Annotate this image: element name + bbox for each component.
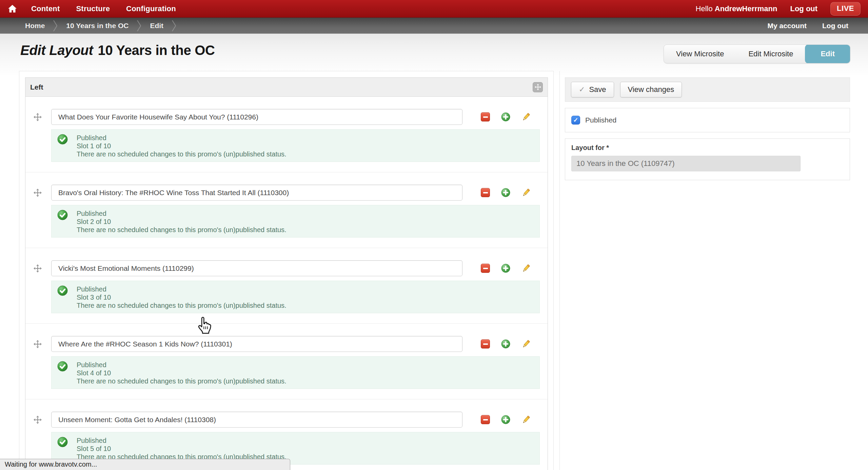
- region-header: Left: [25, 78, 548, 97]
- edit-promo-icon[interactable]: [521, 264, 531, 273]
- promo-title-input[interactable]: [51, 336, 462, 352]
- promo-title-input[interactable]: [51, 109, 462, 125]
- drag-handle-icon[interactable]: [31, 189, 44, 197]
- add-promo-icon[interactable]: [501, 264, 510, 273]
- admin-toolbar-right: Hello AndrewHerrmann Log out LIVE: [696, 2, 868, 16]
- status-published: Published: [77, 285, 536, 293]
- view-changes-label: View changes: [628, 85, 674, 94]
- status-note: There are no scheduled changes to this p…: [77, 226, 536, 234]
- drag-handle-icon[interactable]: [31, 416, 44, 424]
- browser-status-bar: Waiting for www.bravotv.com...: [0, 459, 290, 470]
- add-promo-icon[interactable]: [501, 112, 510, 121]
- region-left-fieldset: Left Published Slot 1 of 10: [25, 77, 548, 470]
- add-promo-icon[interactable]: [501, 339, 510, 349]
- status-note: There are no scheduled changes to this p…: [77, 150, 536, 158]
- published-checkbox-label[interactable]: Published: [585, 116, 616, 124]
- home-icon[interactable]: [0, 4, 24, 13]
- published-check-icon: [57, 437, 68, 447]
- status-slot: Slot 1 of 10: [77, 142, 536, 150]
- breadcrumb-chevron-icon: [53, 19, 58, 32]
- layout-for-field: Layout for *: [565, 138, 850, 180]
- breadcrumb-home[interactable]: Home: [22, 22, 48, 30]
- edit-promo-icon[interactable]: [521, 188, 531, 197]
- admin-toolbar: Content Structure Configuration Hello An…: [0, 0, 868, 18]
- tab-edit-microsite[interactable]: Edit Microsite: [736, 45, 805, 63]
- status-note: There are no scheduled changes to this p…: [77, 377, 536, 385]
- promo-status: Published Slot 2 of 10 There are no sche…: [51, 205, 540, 238]
- status-published: Published: [77, 209, 536, 218]
- account-links: My account Log out: [768, 22, 868, 30]
- live-environment-badge[interactable]: LIVE: [830, 2, 861, 16]
- published-check-icon: [57, 285, 68, 296]
- add-promo-icon[interactable]: [501, 415, 510, 424]
- menu-item-content[interactable]: Content: [24, 4, 67, 13]
- published-check-icon: [57, 210, 68, 220]
- promo-status: Published Slot 1 of 10 There are no sche…: [51, 129, 540, 162]
- promo-row: Published Slot 4 of 10 There are no sche…: [25, 324, 548, 399]
- breadcrumb-page[interactable]: 10 Years in the OC: [63, 22, 132, 30]
- status-slot: Slot 5 of 10: [77, 445, 536, 453]
- status-published: Published: [77, 134, 536, 142]
- status-slot: Slot 3 of 10: [77, 293, 536, 301]
- promo-title-input[interactable]: [51, 412, 462, 428]
- published-checkbox[interactable]: [571, 116, 580, 125]
- published-field: Published: [565, 108, 850, 132]
- content-sidebar-divider: [559, 71, 560, 470]
- drag-handle-icon[interactable]: [31, 340, 44, 348]
- username: AndrewHerrmann: [715, 4, 777, 13]
- admin-logout-link[interactable]: Log out: [790, 4, 817, 13]
- tab-view-microsite[interactable]: View Microsite: [664, 45, 736, 63]
- remove-promo-icon[interactable]: [481, 415, 490, 424]
- published-check-icon: [57, 134, 68, 145]
- remove-promo-icon[interactable]: [481, 112, 490, 121]
- edit-promo-icon[interactable]: [521, 112, 531, 121]
- edit-promo-icon[interactable]: [521, 339, 531, 349]
- menu-item-configuration[interactable]: Configuration: [119, 4, 183, 13]
- drag-handle-icon[interactable]: [31, 264, 44, 272]
- layout-for-input: [571, 156, 801, 171]
- promo-title-input[interactable]: [51, 185, 462, 201]
- promo-status: Published Slot 3 of 10 There are no sche…: [51, 281, 540, 313]
- published-check-icon: [57, 361, 68, 372]
- add-promo-icon[interactable]: [501, 188, 510, 197]
- promo-row: Published Slot 1 of 10 There are no sche…: [25, 97, 548, 172]
- user-greeting: Hello AndrewHerrmann: [696, 4, 777, 13]
- promo-status: Published Slot 4 of 10 There are no sche…: [51, 356, 540, 389]
- breadcrumb-chevron-icon: [137, 19, 142, 32]
- logout-link[interactable]: Log out: [822, 22, 848, 30]
- status-published: Published: [77, 361, 536, 369]
- remove-promo-icon[interactable]: [481, 339, 490, 349]
- page-title-prefix: Edit Layout: [20, 43, 93, 58]
- my-account-link[interactable]: My account: [768, 22, 807, 30]
- region-move-icon[interactable]: [533, 82, 543, 92]
- view-mode-tabs: View Microsite Edit Microsite Edit: [664, 44, 850, 63]
- view-changes-button[interactable]: View changes: [620, 82, 682, 97]
- tab-edit[interactable]: Edit: [805, 44, 850, 63]
- greeting-prefix: Hello: [696, 4, 713, 13]
- status-slot: Slot 2 of 10: [77, 218, 536, 226]
- breadcrumb-edit[interactable]: Edit: [146, 22, 167, 30]
- edit-promo-icon[interactable]: [521, 415, 531, 424]
- promo-row: Published Slot 3 of 10 There are no sche…: [25, 248, 548, 324]
- form-actions: Save View changes: [565, 77, 850, 102]
- save-button-label: Save: [589, 85, 606, 94]
- remove-promo-icon[interactable]: [481, 264, 490, 273]
- breadcrumb: Home 10 Years in the OC Edit: [0, 19, 181, 32]
- status-published: Published: [77, 436, 536, 445]
- save-button[interactable]: Save: [571, 82, 614, 97]
- layout-for-label: Layout for *: [571, 144, 844, 152]
- remove-promo-icon[interactable]: [481, 188, 490, 197]
- status-slot: Slot 4 of 10: [77, 369, 536, 377]
- region-label: Left: [30, 83, 43, 91]
- promo-row: Published Slot 2 of 10 There are no sche…: [25, 172, 548, 248]
- layout-editor-panel: Left Published Slot 1 of 10: [19, 71, 554, 470]
- menu-item-structure[interactable]: Structure: [70, 4, 117, 13]
- status-note: There are no scheduled changes to this p…: [77, 301, 536, 309]
- admin-menu: Content Structure Configuration: [24, 4, 183, 13]
- page-title-text: 10 Years in the OC: [98, 43, 215, 58]
- shortcut-bar: Home 10 Years in the OC Edit My account …: [0, 18, 868, 34]
- drag-handle-icon[interactable]: [31, 113, 44, 121]
- page-title: Edit Layout10 Years in the OC: [20, 43, 215, 58]
- check-icon: [579, 85, 585, 94]
- promo-title-input[interactable]: [51, 260, 462, 276]
